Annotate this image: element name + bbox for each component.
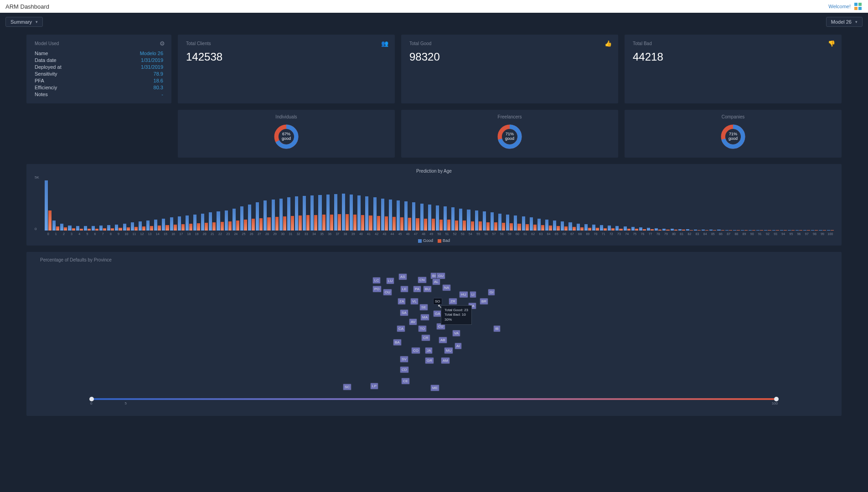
bar-column[interactable]: 50 [436, 180, 443, 236]
bar-column[interactable]: 20 [201, 180, 208, 236]
bar-column[interactable]: 33 [303, 180, 310, 236]
province-me[interactable]: ME [430, 384, 439, 391]
bar-column[interactable]: 29 [272, 180, 279, 236]
bar-column[interactable]: 83 [694, 180, 701, 236]
slider-handle-max[interactable] [774, 397, 779, 401]
bar-column[interactable]: 19 [193, 180, 200, 236]
bar-column[interactable]: 4 [76, 180, 83, 236]
province-av[interactable]: AV [409, 318, 417, 325]
bar-column[interactable]: 58 [498, 180, 505, 236]
province-ai[interactable]: AI [455, 343, 462, 349]
bar-column[interactable]: 73 [615, 180, 622, 236]
model-dropdown[interactable]: Model 26 ▾ [826, 17, 863, 27]
bar-column[interactable]: 98 [811, 180, 818, 236]
province-sv[interactable]: SV [400, 356, 408, 363]
province-se[interactable]: SE [419, 304, 428, 311]
province-as[interactable]: AS [398, 273, 407, 280]
bar-column[interactable]: 100 [827, 180, 834, 236]
bar-column[interactable]: 34 [310, 180, 317, 236]
province-al[interactable]: AL [432, 278, 440, 285]
bar-column[interactable]: 61 [522, 180, 529, 236]
bar-column[interactable]: 63 [537, 180, 544, 236]
bar-column[interactable]: 7 [99, 180, 106, 236]
province-ma[interactable]: MA [420, 314, 429, 321]
province-ca[interactable]: CA [397, 325, 405, 332]
bar-column[interactable]: 21 [209, 180, 216, 236]
province-sc[interactable]: SC [343, 384, 351, 390]
province-zr[interactable]: ZR [449, 298, 457, 305]
bar-column[interactable]: 78 [655, 180, 661, 236]
bar-column[interactable]: 87 [725, 180, 732, 236]
bar-column[interactable]: 49 [428, 180, 435, 236]
province-ab[interactable]: AB [439, 337, 447, 343]
bar-column[interactable]: 81 [678, 180, 685, 236]
bar-column[interactable]: 77 [647, 180, 654, 236]
province-ib[interactable]: IB [493, 325, 501, 332]
bar-column[interactable]: 46 [404, 180, 411, 236]
bar-column[interactable]: 65 [553, 180, 560, 236]
bar-column[interactable]: 42 [373, 180, 380, 236]
bar-column[interactable]: 79 [662, 180, 669, 236]
bar-column[interactable]: 22 [217, 180, 223, 236]
bar-column[interactable]: 55 [475, 180, 482, 236]
bar-column[interactable]: 5 [84, 180, 91, 236]
bar-column[interactable]: 62 [530, 180, 537, 236]
bar-column[interactable]: 89 [741, 180, 748, 236]
bar-column[interactable]: 15 [162, 180, 169, 236]
province-hu[interactable]: HU [459, 291, 468, 298]
bar-column[interactable]: 90 [749, 180, 755, 236]
province-va[interactable]: VA [452, 330, 460, 337]
bar-column[interactable]: 88 [733, 180, 740, 236]
bar-column[interactable]: 95 [788, 180, 795, 236]
bar-column[interactable]: 66 [561, 180, 568, 236]
bar-column[interactable]: 10 [123, 180, 130, 236]
bar-column[interactable]: 28 [264, 180, 270, 236]
province-ba[interactable]: BA [393, 339, 402, 346]
map-slider[interactable]: 0 5 100 [90, 398, 778, 405]
spain-map[interactable]: LCLUASBIGUPOOULEPABUCNALNAHULIGIZAVLSOZR… [356, 266, 512, 384]
province-po[interactable]: PO [372, 286, 382, 292]
bar-column[interactable]: 71 [600, 180, 607, 236]
bar-column[interactable]: 18 [186, 180, 192, 236]
bar-column[interactable]: 32 [295, 180, 302, 236]
bar-column[interactable]: 84 [702, 180, 708, 236]
bar-column[interactable]: 44 [389, 180, 396, 236]
province-ce[interactable]: CE [401, 378, 410, 384]
bar-column[interactable]: 37 [334, 180, 341, 236]
province-na[interactable]: NA [442, 284, 451, 291]
province-bu[interactable]: BU [423, 286, 432, 292]
bar-column[interactable]: 92 [764, 180, 771, 236]
bar-column[interactable]: 91 [756, 180, 763, 236]
bar-column[interactable]: 17 [178, 180, 185, 236]
bar-column[interactable]: 64 [545, 180, 552, 236]
bar-column[interactable]: 60 [514, 180, 521, 236]
bar-column[interactable]: 12 [139, 180, 145, 236]
bar-column[interactable]: 97 [803, 180, 810, 236]
province-cn[interactable]: CN [418, 277, 427, 283]
gear-icon[interactable]: ⚙ [160, 40, 165, 47]
province-le[interactable]: LE [400, 286, 408, 292]
bar-column[interactable]: 27 [256, 180, 263, 236]
province-gr[interactable]: GR [425, 357, 434, 364]
bar-column[interactable]: 74 [624, 180, 630, 236]
bar-column[interactable]: 69 [584, 180, 591, 236]
province-to[interactable]: TO [418, 325, 427, 332]
province-lc[interactable]: LC [372, 277, 381, 284]
bar-column[interactable]: 85 [709, 180, 716, 236]
province-vl[interactable]: VL [410, 298, 418, 305]
bar-column[interactable]: 82 [686, 180, 693, 236]
bar-column[interactable]: 52 [451, 180, 458, 236]
bar-column[interactable]: 41 [365, 180, 372, 236]
province-cr[interactable]: CR [421, 334, 430, 341]
bar-column[interactable]: 1 [52, 180, 59, 236]
bar-column[interactable]: 45 [397, 180, 403, 236]
bar-column[interactable]: 94 [780, 180, 787, 236]
province-sa[interactable]: SA [400, 309, 408, 316]
province-li[interactable]: LI [470, 291, 476, 298]
bar-column[interactable]: 70 [592, 180, 599, 236]
bar-column[interactable]: 14 [154, 180, 161, 236]
bar-column[interactable]: 6 [92, 180, 98, 236]
bar-column[interactable]: 9 [115, 180, 122, 236]
bar-column[interactable]: 72 [608, 180, 615, 236]
bar-column[interactable]: 76 [639, 180, 646, 236]
